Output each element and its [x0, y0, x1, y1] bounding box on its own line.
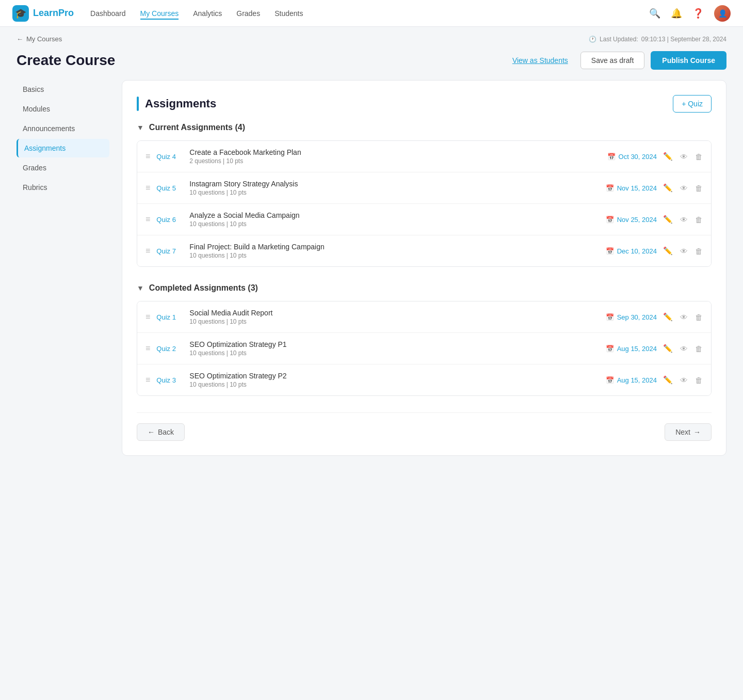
- delete-icon[interactable]: 🗑: [695, 247, 703, 256]
- completed-group-title: Completed Assignments (3): [149, 283, 258, 293]
- quiz-label[interactable]: Quiz 1: [156, 313, 183, 321]
- breadcrumb-link[interactable]: My Courses: [26, 35, 62, 43]
- edit-icon[interactable]: ✏️: [663, 152, 673, 161]
- date-value: Nov 25, 2024: [617, 216, 657, 224]
- avatar[interactable]: 👤: [714, 5, 731, 22]
- bell-icon[interactable]: 🔔: [671, 8, 682, 19]
- edit-icon[interactable]: ✏️: [663, 246, 673, 256]
- assignment-info: Final Project: Build a Marketing Campaig…: [189, 243, 584, 259]
- assignment-name: SEO Optimization Strategy P1: [189, 340, 584, 348]
- delete-icon[interactable]: 🗑: [695, 215, 703, 224]
- assignment-date: 📅 Nov 15, 2024: [590, 184, 657, 192]
- next-button[interactable]: Next →: [665, 423, 712, 441]
- delete-icon[interactable]: 🗑: [695, 344, 703, 353]
- assignment-date: 📅 Dec 10, 2024: [590, 247, 657, 255]
- delete-icon[interactable]: 🗑: [695, 376, 703, 385]
- assignment-name: Create a Facebook Marketing Plan: [189, 148, 584, 156]
- edit-icon[interactable]: ✏️: [663, 375, 673, 385]
- view-icon[interactable]: 👁: [680, 152, 688, 161]
- completed-group-header[interactable]: ▼ Completed Assignments (3): [137, 283, 712, 293]
- assignment-meta: 10 questions | 10 pts: [189, 318, 584, 325]
- quiz-label[interactable]: Quiz 6: [156, 216, 183, 224]
- calendar-icon: 📅: [607, 153, 616, 161]
- assignment-info: Social Media Audit Report 10 questions |…: [189, 309, 584, 325]
- chevron-down-icon: ▼: [137, 123, 144, 132]
- nav-actions: 🔍 🔔 ❓ 👤: [649, 5, 731, 22]
- drag-handle-icon[interactable]: ≡: [146, 183, 150, 193]
- quiz-label[interactable]: Quiz 2: [156, 345, 183, 353]
- nav-analytics[interactable]: Analytics: [193, 7, 222, 20]
- row-actions: ✏️ 👁 🗑: [663, 183, 703, 193]
- view-icon[interactable]: 👁: [680, 313, 688, 322]
- quiz-label[interactable]: Quiz 7: [156, 247, 183, 255]
- edit-icon[interactable]: ✏️: [663, 215, 673, 224]
- quiz-label[interactable]: Quiz 3: [156, 376, 183, 384]
- delete-icon[interactable]: 🗑: [695, 184, 703, 193]
- drag-handle-icon[interactable]: ≡: [146, 152, 150, 161]
- current-group-header[interactable]: ▼ Current Assignments (4): [137, 123, 712, 132]
- nav-students[interactable]: Students: [274, 7, 303, 20]
- publish-course-button[interactable]: Publish Course: [651, 51, 726, 70]
- current-assignment-list: ≡ Quiz 4 Create a Facebook Marketing Pla…: [137, 140, 712, 267]
- date-value: Oct 30, 2024: [619, 153, 657, 161]
- drag-handle-icon[interactable]: ≡: [146, 344, 150, 353]
- back-arrow: ←: [17, 35, 23, 43]
- calendar-icon: 📅: [606, 345, 614, 353]
- brand-icon: 🎓: [12, 5, 29, 22]
- view-icon[interactable]: 👁: [680, 344, 688, 353]
- quiz-label[interactable]: Quiz 4: [156, 153, 183, 161]
- drag-handle-icon[interactable]: ≡: [146, 246, 150, 256]
- save-as-draft-button[interactable]: Save as draft: [580, 52, 645, 69]
- sidebar-item-modules[interactable]: Modules: [17, 100, 109, 118]
- date-value: Sep 30, 2024: [617, 313, 657, 321]
- completed-assignments-group: ▼ Completed Assignments (3) ≡ Quiz 1 Soc…: [137, 283, 712, 396]
- add-quiz-button[interactable]: + Quiz: [673, 95, 712, 113]
- completed-assignment-list: ≡ Quiz 1 Social Media Audit Report 10 qu…: [137, 301, 712, 396]
- edit-icon[interactable]: ✏️: [663, 312, 673, 322]
- nav-grades[interactable]: Grades: [236, 7, 260, 20]
- delete-icon[interactable]: 🗑: [695, 313, 703, 322]
- assignment-meta: 2 questions | 10 pts: [189, 157, 584, 165]
- nav-links: Dashboard My Courses Analytics Grades St…: [90, 7, 633, 20]
- delete-icon[interactable]: 🗑: [695, 152, 703, 161]
- view-icon[interactable]: 👁: [680, 184, 688, 193]
- sidebar-item-basics[interactable]: Basics: [17, 80, 109, 99]
- table-row: ≡ Quiz 7 Final Project: Build a Marketin…: [137, 235, 711, 266]
- nav-dashboard[interactable]: Dashboard: [90, 7, 126, 20]
- assignment-info: Create a Facebook Marketing Plan 2 quest…: [189, 148, 584, 165]
- sidebar-item-assignments[interactable]: Assignments: [17, 139, 109, 157]
- date-value: Aug 15, 2024: [617, 345, 657, 353]
- row-actions: ✏️ 👁 🗑: [663, 375, 703, 385]
- sidebar-item-announcements[interactable]: Announcements: [17, 119, 109, 138]
- back-button[interactable]: ← Back: [137, 423, 185, 441]
- view-icon[interactable]: 👁: [680, 247, 688, 256]
- section-title: Assignments: [145, 97, 216, 110]
- edit-icon[interactable]: ✏️: [663, 183, 673, 193]
- sidebar-item-grades[interactable]: Grades: [17, 158, 109, 177]
- calendar-icon: 📅: [606, 376, 614, 384]
- assignment-info: Analyze a Social Media Campaign 10 quest…: [189, 211, 584, 228]
- row-actions: ✏️ 👁 🗑: [663, 312, 703, 322]
- drag-handle-icon[interactable]: ≡: [146, 215, 150, 224]
- sidebar-item-rubrics[interactable]: Rubrics: [17, 178, 109, 197]
- assignment-name: Instagram Story Strategy Analysis: [189, 180, 584, 188]
- date-value: Aug 15, 2024: [617, 376, 657, 384]
- view-icon[interactable]: 👁: [680, 215, 688, 224]
- calendar-icon: 📅: [606, 247, 614, 255]
- back-arrow-icon: ←: [148, 428, 155, 436]
- assignment-info: Instagram Story Strategy Analysis 10 que…: [189, 180, 584, 196]
- assignment-name: Social Media Audit Report: [189, 309, 584, 317]
- assignment-name: SEO Optimization Strategy P2: [189, 372, 584, 380]
- brand-logo[interactable]: 🎓 LearnPro: [12, 5, 74, 22]
- view-icon[interactable]: 👁: [680, 376, 688, 385]
- back-label: Back: [158, 428, 174, 436]
- quiz-label[interactable]: Quiz 5: [156, 184, 183, 192]
- help-icon[interactable]: ❓: [692, 8, 704, 19]
- edit-icon[interactable]: ✏️: [663, 344, 673, 353]
- next-label: Next: [675, 428, 690, 436]
- view-as-students-button[interactable]: View as Students: [506, 52, 574, 69]
- search-icon[interactable]: 🔍: [649, 8, 660, 19]
- drag-handle-icon[interactable]: ≡: [146, 312, 150, 322]
- nav-my-courses[interactable]: My Courses: [140, 7, 179, 20]
- drag-handle-icon[interactable]: ≡: [146, 375, 150, 385]
